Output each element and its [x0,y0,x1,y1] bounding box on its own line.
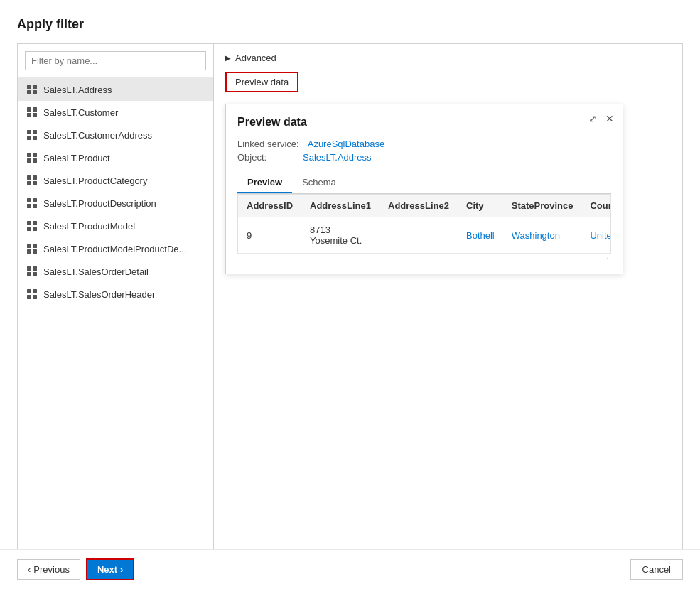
table-item-label: SalesLT.Product [43,153,110,163]
svg-rect-35 [33,272,37,276]
svg-rect-14 [27,158,31,163]
table-item-label: SalesLT.ProductCategory [43,175,147,186]
svg-rect-29 [33,244,37,248]
next-button[interactable]: Next › [86,558,135,580]
table-list-item[interactable]: SalesLT.ProductDescription [18,192,213,215]
table-grid-icon [26,266,38,277]
popup-meta: Linked service: AzureSqlDatabase Object:… [237,139,611,163]
svg-rect-21 [33,198,37,202]
search-input[interactable] [25,51,206,70]
svg-rect-2 [27,90,31,94]
table-column-header: City [458,195,503,217]
svg-rect-16 [27,175,31,180]
table-item-label: SalesLT.ProductDescription [43,198,156,209]
preview-table: AddressIDAddressLine1AddressLine2CitySta… [238,195,611,254]
table-list: SalesLT.Address SalesLT.Customer SalesLT… [18,78,213,549]
svg-rect-8 [27,130,31,134]
svg-rect-22 [27,204,31,208]
previous-button[interactable]: ‹ Previous [17,559,80,580]
preview-table-header: AddressIDAddressLine1AddressLine2CitySta… [238,195,611,217]
table-item-label: SalesLT.SalesOrderHeader [43,289,155,300]
svg-rect-26 [27,227,31,231]
svg-rect-11 [33,136,37,140]
svg-rect-39 [33,295,37,299]
svg-rect-19 [33,181,37,185]
svg-rect-15 [33,158,37,163]
table-cell: Washington [503,217,582,254]
previous-label: Previous [33,564,70,575]
table-grid-icon [26,288,38,300]
table-list-item[interactable]: SalesLT.Product [18,146,213,169]
table-list-item[interactable]: SalesLT.ProductModel [18,215,213,237]
popup-tabs: PreviewSchema [237,173,611,194]
svg-rect-23 [33,204,37,208]
svg-rect-5 [33,107,37,112]
close-button[interactable]: ✕ [604,112,615,126]
svg-rect-20 [27,198,31,202]
table-cell: United State [581,217,611,254]
preview-popup: ⤢ ✕ Preview data Linked service: AzureSq… [225,104,623,274]
table-row: 98713 Yosemite Ct.BothellWashingtonUnite… [238,217,611,254]
previous-arrow-icon: ‹ [28,564,31,575]
page-title: Apply filter [17,17,683,32]
preview-table-body: 98713 Yosemite Ct.BothellWashingtonUnite… [238,217,611,254]
table-list-item[interactable]: SalesLT.CustomerAddress [18,124,213,146]
tab-schema[interactable]: Schema [292,173,346,193]
svg-rect-32 [27,266,31,271]
table-grid-icon [26,129,38,141]
expand-button[interactable]: ⤢ [587,112,598,126]
svg-rect-28 [27,244,31,248]
svg-rect-25 [33,221,37,225]
table-grid-icon [26,107,38,118]
table-list-item[interactable]: SalesLT.ProductCategory [18,169,213,192]
bottom-bar: ‹ Previous Next › Cancel [0,549,700,589]
table-cell: Bothell [458,217,503,254]
table-list-item[interactable]: SalesLT.ProductModelProductDe... [18,237,213,260]
right-panel: ▶ Advanced Preview data ⤢ ✕ Preview data… [214,44,682,549]
table-grid-icon [26,175,38,186]
next-label: Next [97,564,117,575]
next-arrow-icon: › [120,564,123,575]
svg-rect-0 [27,85,31,89]
table-cell [379,217,458,254]
svg-rect-30 [27,249,31,254]
advanced-toggle[interactable]: Advanced [235,53,276,63]
preview-table-wrapper[interactable]: AddressIDAddressLine1AddressLine2CitySta… [237,194,611,254]
table-column-header: StateProvince [503,195,582,217]
advanced-arrow-icon: ▶ [225,54,231,62]
preview-data-button[interactable]: Preview data [225,72,298,92]
table-list-item[interactable]: SalesLT.SalesOrderHeader [18,283,213,306]
table-column-header: AddressLine1 [301,195,379,217]
svg-rect-4 [27,107,31,112]
svg-rect-36 [27,289,31,293]
svg-rect-12 [27,153,31,157]
table-list-item[interactable]: SalesLT.SalesOrderDetail [18,260,213,283]
table-grid-icon [26,243,38,254]
table-grid-icon [26,220,38,232]
object-label: Object: [237,152,294,163]
svg-rect-18 [27,181,31,185]
table-list-item[interactable]: SalesLT.Address [18,78,213,101]
svg-rect-38 [27,295,31,299]
table-item-label: SalesLT.ProductModel [43,221,135,232]
svg-rect-31 [33,249,37,254]
svg-rect-13 [33,153,37,157]
popup-title: Preview data [237,116,611,129]
svg-rect-33 [33,266,37,271]
table-item-label: SalesLT.CustomerAddress [43,130,152,141]
resize-handle-icon: ⋰ [604,254,611,262]
svg-rect-3 [33,90,37,94]
table-cell: 8713 Yosemite Ct. [301,217,379,254]
table-column-header: CountryReg [581,195,611,217]
table-item-label: SalesLT.SalesOrderDetail [43,266,149,277]
table-cell: 9 [238,217,301,254]
cancel-button[interactable]: Cancel [630,559,683,580]
svg-rect-24 [27,221,31,225]
table-list-item[interactable]: SalesLT.Customer [18,101,213,124]
svg-rect-1 [33,85,37,89]
tab-preview[interactable]: Preview [237,173,292,193]
table-list-panel: SalesLT.Address SalesLT.Customer SalesLT… [18,44,214,549]
table-item-label: SalesLT.Customer [43,107,118,118]
linked-service-value: AzureSqlDatabase [308,139,384,149]
table-item-label: SalesLT.Address [43,85,112,95]
